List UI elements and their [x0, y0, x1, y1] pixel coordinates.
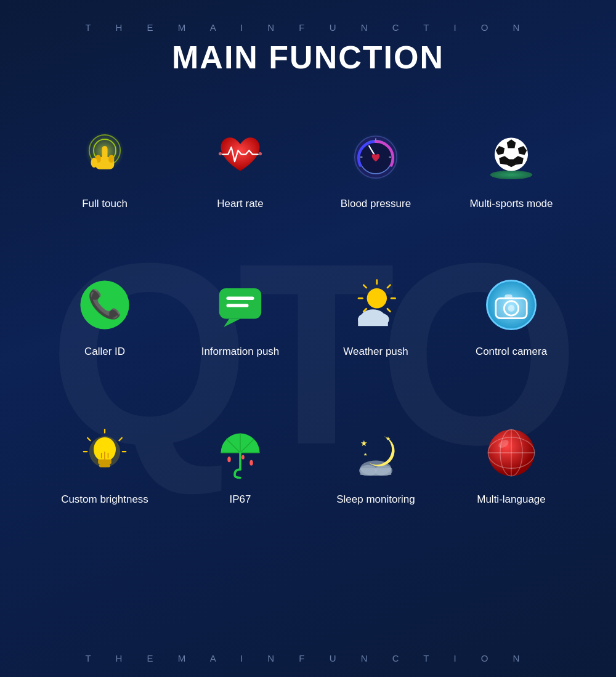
feature-caller-id: 📞 Caller ID — [37, 242, 172, 390]
multi-sports-label: Multi-sports mode — [469, 198, 553, 210]
svg-marker-31 — [224, 319, 240, 328]
feature-custom-brightness: Custom brightness — [37, 390, 172, 538]
svg-line-39 — [387, 285, 391, 288]
feature-full-touch: Full touch — [37, 94, 172, 242]
ip67-icon — [209, 422, 271, 484]
control-camera-label: Control camera — [476, 346, 547, 358]
feature-heart-rate: Heart rate — [172, 94, 308, 242]
feature-sleep-monitoring: ★ ★ ★ Sleep monitoring — [308, 390, 444, 538]
weather-push-label: Weather push — [343, 346, 408, 358]
multi-language-icon — [480, 422, 542, 484]
feature-multi-sports: Multi-sports mode — [444, 94, 579, 242]
multi-language-label: Multi-language — [477, 493, 546, 506]
svg-line-60 — [119, 438, 122, 441]
features-grid: Full touch Heart rate — [37, 94, 579, 538]
heart-rate-icon — [209, 126, 271, 188]
feature-blood-pressure: Blood pressure — [308, 94, 444, 242]
info-push-icon — [209, 274, 271, 336]
feature-control-camera: Control camera — [444, 242, 579, 390]
svg-rect-54 — [99, 464, 110, 467]
caller-id-label: Caller ID — [84, 346, 125, 358]
info-push-label: Information push — [201, 346, 280, 358]
svg-line-37 — [363, 285, 367, 288]
full-touch-label: Full touch — [82, 198, 128, 210]
blood-pressure-label: Blood pressure — [341, 198, 411, 210]
main-title: MAIN FUNCTION — [172, 39, 444, 76]
control-camera-icon — [480, 274, 542, 336]
blood-pressure-icon — [345, 126, 407, 188]
svg-point-32 — [367, 288, 387, 308]
svg-point-9 — [259, 152, 262, 155]
svg-point-7 — [91, 158, 98, 168]
svg-rect-28 — [219, 288, 261, 319]
svg-text:★: ★ — [386, 436, 391, 442]
svg-text:★: ★ — [363, 452, 367, 457]
feature-weather-push: Weather push — [308, 242, 444, 390]
svg-rect-50 — [505, 294, 513, 299]
svg-point-18 — [490, 171, 532, 179]
sleep-monitoring-icon: ★ ★ ★ — [345, 422, 407, 484]
svg-text:📞: 📞 — [87, 288, 123, 321]
svg-rect-29 — [227, 297, 254, 300]
svg-point-70 — [249, 460, 253, 466]
custom-brightness-label: Custom brightness — [61, 493, 148, 506]
feature-info-push: Information push — [172, 242, 308, 390]
svg-point-8 — [219, 152, 222, 155]
subtitle-top: T H E M A I N F U N C T I O N — [86, 22, 531, 33]
svg-rect-75 — [360, 468, 391, 475]
heart-rate-label: Heart rate — [217, 198, 264, 210]
multi-sports-icon — [480, 126, 542, 188]
subtitle-bottom: T H E M A I N F U N C T I O N — [86, 653, 531, 663]
svg-line-38 — [387, 309, 391, 312]
feature-multi-language: Multi-language — [444, 390, 579, 538]
svg-text:★: ★ — [360, 439, 368, 448]
svg-rect-6 — [108, 155, 114, 163]
full-touch-icon — [74, 126, 136, 188]
caller-id-icon: 📞 — [74, 274, 136, 336]
sleep-monitoring-label: Sleep monitoring — [336, 493, 415, 506]
svg-point-69 — [227, 456, 230, 462]
feature-ip67: IP67 — [172, 390, 308, 538]
svg-point-71 — [241, 455, 245, 460]
svg-rect-44 — [358, 318, 388, 326]
ip67-label: IP67 — [230, 493, 251, 506]
custom-brightness-icon — [74, 422, 136, 484]
svg-rect-30 — [227, 304, 249, 307]
weather-push-icon — [345, 274, 407, 336]
svg-line-59 — [87, 438, 91, 441]
svg-point-49 — [508, 305, 515, 312]
svg-rect-53 — [98, 460, 111, 464]
